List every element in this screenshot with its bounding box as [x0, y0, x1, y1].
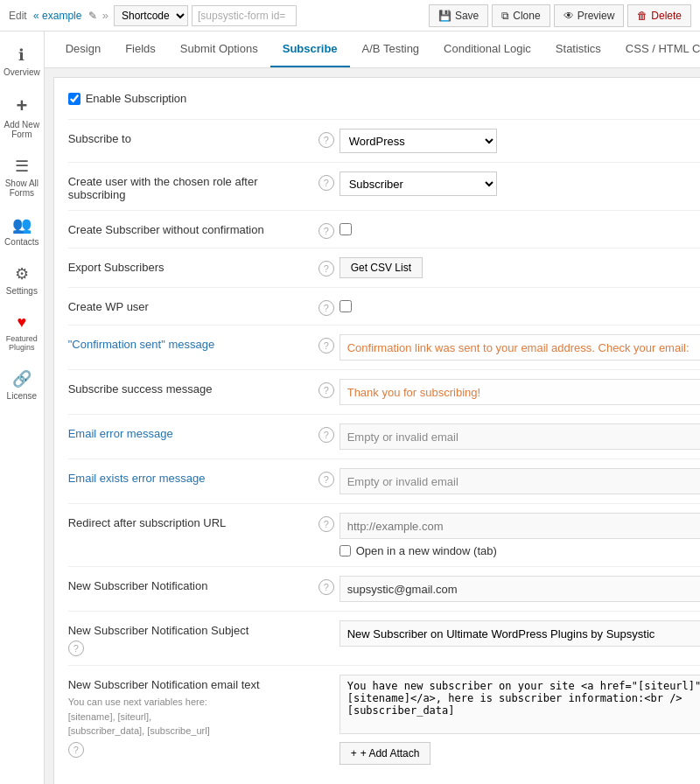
create-without-confirmation-label: Create Subscriber without confirmation	[68, 220, 313, 236]
layout: ℹ Overview + Add New Form ☰ Show All For…	[0, 32, 700, 784]
create-without-confirmation-help[interactable]: ?	[313, 220, 340, 239]
email-error-input[interactable]	[340, 424, 700, 450]
enable-subscription-checkbox[interactable]	[68, 93, 80, 105]
email-error-help[interactable]: ?	[313, 424, 340, 443]
top-bar-actions: 💾 Save ⧉ Clone 👁 Preview 🗑 Delete	[429, 4, 691, 27]
subscribe-success-help[interactable]: ?	[313, 379, 340, 398]
user-role-select[interactable]: Subscriber	[340, 172, 497, 196]
redirect-url-input[interactable]	[340, 513, 700, 539]
clone-icon: ⧉	[501, 10, 509, 22]
sidebar: ℹ Overview + Add New Form ☰ Show All For…	[0, 32, 45, 784]
sidebar-item-label: Show All Forms	[4, 178, 40, 198]
sidebar-item-overview[interactable]: ℹ Overview	[0, 38, 44, 84]
notification-email-row: New Subscriber Notification ?	[68, 566, 700, 611]
create-user-role-label: Create user with the chosen role after s…	[68, 172, 313, 201]
edit-label: Edit « example ✎	[9, 10, 97, 22]
redirect-url-help[interactable]: ?	[313, 513, 340, 532]
get-csv-button[interactable]: Get CSV List	[340, 257, 423, 278]
export-subscribers-control: Get CSV List	[340, 257, 700, 278]
tab-design[interactable]: Design	[53, 32, 113, 67]
open-new-window-checkbox[interactable]	[340, 545, 351, 556]
create-wp-user-label: Create WP user	[68, 297, 313, 313]
delete-button[interactable]: 🗑 Delete	[627, 4, 691, 27]
create-wp-user-help[interactable]: ?	[313, 297, 340, 316]
clone-button[interactable]: ⧉ Clone	[492, 4, 550, 27]
shortcode-input[interactable]	[192, 5, 297, 26]
sidebar-item-show-all-forms[interactable]: ☰ Show All Forms	[0, 150, 44, 205]
add-icon: +	[351, 747, 357, 760]
sidebar-item-label: Add New Form	[4, 120, 40, 139]
tab-css-html-code[interactable]: CSS / HTML Code	[613, 32, 700, 67]
create-user-role-help[interactable]: ?	[313, 172, 340, 191]
create-without-confirmation-checkbox[interactable]	[340, 223, 352, 235]
notification-subject-help	[313, 620, 340, 624]
create-wp-user-control	[340, 297, 700, 315]
export-subscribers-help[interactable]: ?	[313, 257, 340, 276]
preview-button[interactable]: 👁 Preview	[554, 4, 625, 27]
help-icon: ?	[318, 223, 334, 239]
open-new-window-label: Open in a new window (tab)	[356, 544, 497, 557]
confirmation-message-label: "Confirmation sent" message	[68, 334, 313, 351]
top-bar: Edit « example ✎ » Shortcode 💾 Save ⧉ Cl…	[0, 0, 700, 32]
help-icon: ?	[318, 427, 334, 443]
heart-icon: ♥	[18, 313, 27, 332]
tabs: Design Fields Submit Options Subscribe A…	[45, 32, 700, 68]
subscribe-success-control	[340, 379, 700, 405]
notification-subject-row: New Subscriber Notification Subject ?	[68, 611, 700, 665]
confirmation-message-help[interactable]: ?	[313, 334, 340, 354]
notification-text-textarea[interactable]: You have new subscriber on your site <a …	[340, 675, 700, 734]
sidebar-item-settings[interactable]: ⚙ Settings	[0, 257, 44, 303]
email-exists-error-help[interactable]: ?	[313, 468, 340, 487]
redirect-url-label: Redirect after subscription URL	[68, 513, 313, 529]
tab-statistics[interactable]: Statistics	[543, 32, 613, 67]
edit-pencil-icon: ✎	[88, 10, 97, 22]
confirmation-message-input[interactable]	[340, 334, 700, 360]
tab-fields[interactable]: Fields	[113, 32, 168, 67]
notification-email-help[interactable]: ?	[313, 576, 340, 595]
open-new-window-row: Open in a new window (tab)	[340, 544, 700, 557]
notification-text-label: New Subscriber Notification email text Y…	[68, 675, 313, 758]
subscribe-to-select[interactable]: WordPress	[340, 129, 497, 153]
tab-subscribe[interactable]: Subscribe	[270, 32, 350, 67]
redirect-url-row: Redirect after subscription URL ? Open i…	[68, 503, 700, 566]
shortcode-selector: Shortcode	[114, 5, 297, 26]
enable-subscription-label: Enable Subscription	[86, 92, 187, 105]
help-icon: ?	[318, 338, 334, 354]
subscribe-success-row: Subscribe success message ?	[68, 369, 700, 414]
edit-text: Edit	[9, 10, 27, 22]
email-exists-error-input[interactable]	[340, 468, 700, 494]
show-forms-icon: ☰	[15, 157, 29, 176]
tab-ab-testing[interactable]: A/B Testing	[350, 32, 432, 67]
license-icon: 🔗	[12, 369, 32, 388]
sidebar-item-contacts[interactable]: 👥 Contacts	[0, 208, 44, 254]
shortcode-dropdown[interactable]: Shortcode	[114, 5, 188, 26]
notification-email-input[interactable]	[340, 576, 700, 602]
sidebar-item-label: Settings	[6, 286, 38, 296]
subscribe-to-row: Subscribe to ? WordPress	[68, 119, 700, 162]
help-icon: ?	[68, 742, 84, 758]
notification-text-control: You have new subscriber on your site <a …	[340, 675, 700, 765]
export-subscribers-row: Export Subscribers ? Get CSV List	[68, 248, 700, 287]
sidebar-item-label: Overview	[4, 67, 40, 77]
tab-submit-options[interactable]: Submit Options	[168, 32, 270, 67]
tab-conditional-logic[interactable]: Conditional Logic	[431, 32, 543, 67]
sidebar-item-license[interactable]: 🔗 License	[0, 362, 44, 408]
notification-subject-input[interactable]	[340, 620, 700, 647]
breadcrumb-arrow: »	[102, 9, 108, 22]
confirmation-message-control	[340, 334, 700, 360]
add-attach-button[interactable]: + + Add Attach	[340, 742, 431, 765]
sidebar-item-featured-plugins[interactable]: ♥ Featured Plugins	[0, 306, 44, 359]
subscribe-to-help[interactable]: ?	[313, 129, 340, 148]
add-form-icon: +	[16, 94, 27, 117]
create-wp-user-checkbox[interactable]	[340, 300, 352, 312]
subscribe-to-label: Subscribe to	[68, 129, 313, 145]
sidebar-item-label: Featured Plugins	[4, 334, 40, 352]
help-icon: ?	[318, 132, 334, 148]
example-link[interactable]: « example	[33, 10, 81, 22]
save-button[interactable]: 💾 Save	[429, 4, 488, 27]
main-content: Design Fields Submit Options Subscribe A…	[45, 32, 700, 784]
help-icon: ?	[318, 261, 334, 276]
subscribe-success-input[interactable]	[340, 379, 700, 405]
enable-subscription-row: Enable Subscription	[68, 92, 700, 105]
sidebar-item-add-new-form[interactable]: + Add New Form	[0, 88, 44, 146]
